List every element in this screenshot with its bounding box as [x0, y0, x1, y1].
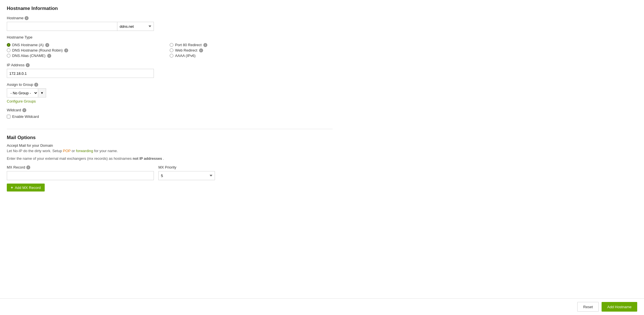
radio-web-redirect[interactable]: Web Redirect i	[170, 48, 333, 53]
assign-group-section: Assign to Group i - No Group - ▼ Configu…	[7, 82, 333, 103]
wildcard-label: Wildcard i	[7, 108, 333, 112]
dns-a-info-icon: i	[45, 43, 49, 47]
section-divider	[7, 129, 333, 129]
mail-desc-text: Let No-IP do the dirty work. Setup POP o…	[7, 149, 333, 153]
mx-row: MX Record i MX Priority 5 10 20 30 40 50	[7, 165, 333, 180]
assign-group-info-icon: i	[34, 83, 38, 87]
mx-record-info-icon: i	[26, 165, 30, 169]
radio-port80[interactable]: Port 80 Redirect i	[170, 42, 333, 48]
ip-address-section: IP Address i	[7, 63, 333, 78]
forwarding-link[interactable]: forwarding	[76, 149, 93, 153]
hostname-type-section: Hostname Type DNS Hostname (A) i DNS Hos…	[7, 35, 333, 58]
radio-dns-a[interactable]: DNS Hostname (A) i	[7, 42, 170, 48]
wildcard-info-icon: i	[22, 108, 26, 112]
plus-icon: +	[11, 185, 13, 190]
mail-options-section: Mail Options Accept Mail for your Domain…	[7, 135, 333, 191]
radio-dns-alias[interactable]: DNS Alias (CNAME) i	[7, 53, 170, 58]
radio-aaaa-ipv6[interactable]: AAAA (IPv6)	[170, 53, 333, 58]
ip-address-label: IP Address i	[7, 63, 333, 67]
radio-col-left: DNS Hostname (A) i DNS Hostname (Round R…	[7, 42, 170, 58]
radio-round-robin[interactable]: DNS Hostname (Round Robin) i	[7, 48, 170, 53]
mx-record-label: MX Record i	[7, 165, 154, 169]
assign-group-label: Assign to Group i	[7, 82, 333, 87]
wildcard-section: Wildcard i Enable Wildcard	[7, 108, 333, 123]
round-robin-info-icon: i	[64, 48, 68, 52]
radio-col-right: Port 80 Redirect i Web Redirect i AAAA (…	[170, 42, 333, 58]
hostname-field-label: Hostname i	[7, 16, 333, 20]
group-select[interactable]: - No Group -	[7, 88, 38, 97]
configure-groups-link[interactable]: Configure Groups	[7, 99, 333, 103]
hostname-input-wrapper: ddns.net no-ip.com no-ip.org no-ip.biz n…	[7, 22, 154, 31]
dns-alias-info-icon: i	[47, 54, 51, 58]
group-select-wrapper: - No Group - ▼	[7, 88, 333, 97]
ip-address-info-icon: i	[26, 63, 30, 67]
hostname-type-label: Hostname Type	[7, 35, 333, 39]
mx-record-col: MX Record i	[7, 165, 154, 180]
pop-link[interactable]: POP	[63, 149, 71, 153]
mail-note: Enter the name of your external mail exc…	[7, 156, 333, 161]
enable-wildcard-checkbox[interactable]	[7, 115, 10, 118]
radio-grid: DNS Hostname (A) i DNS Hostname (Round R…	[7, 42, 333, 58]
mx-priority-select[interactable]: 5 10 20 30 40 50	[158, 171, 215, 180]
hostname-info-icon: i	[25, 16, 29, 20]
mail-options-title: Mail Options	[7, 135, 333, 141]
enable-wildcard-option[interactable]: Enable Wildcard	[7, 114, 333, 119]
mx-priority-label: MX Priority	[158, 165, 215, 169]
domain-select[interactable]: ddns.net no-ip.com no-ip.org no-ip.biz n…	[117, 22, 154, 31]
hostname-input[interactable]	[7, 22, 117, 31]
web-redirect-info-icon: i	[199, 48, 203, 52]
mx-record-input[interactable]	[7, 171, 154, 180]
ip-address-input[interactable]	[7, 69, 154, 78]
port80-info-icon: i	[203, 43, 207, 47]
add-mx-record-button[interactable]: + Add MX Record	[7, 184, 45, 191]
page-title: Hostname Information	[7, 6, 333, 11]
mx-priority-col: MX Priority 5 10 20 30 40 50	[158, 165, 215, 180]
group-dropdown-btn[interactable]: ▼	[38, 88, 46, 97]
mail-accept-title: Accept Mail for your Domain	[7, 143, 333, 148]
